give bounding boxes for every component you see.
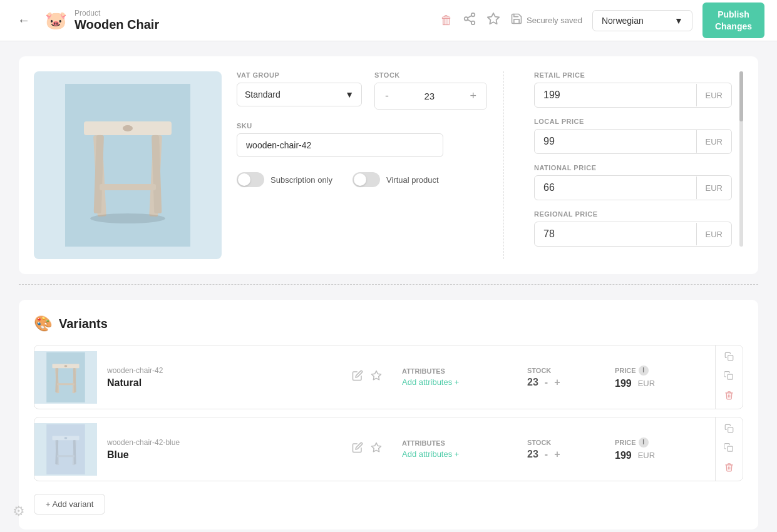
publish-button[interactable]: PublishChanges — [702, 3, 764, 38]
stock-field: STOCK - 23 + — [374, 71, 487, 110]
variant-2-info: wooden-chair-42-blue Blue — [97, 431, 344, 468]
duplicate-icon-2[interactable] — [723, 442, 735, 456]
regional-price-input[interactable]: 78 EUR — [534, 222, 732, 247]
national-price-input[interactable]: 66 EUR — [534, 175, 732, 200]
add-attributes-button-1[interactable]: Add attributes + — [402, 377, 502, 387]
virtual-toggle[interactable] — [352, 172, 380, 187]
local-price-input[interactable]: 99 EUR — [534, 129, 732, 154]
add-variant-button[interactable]: + Add variant — [34, 494, 105, 514]
vat-group-select[interactable]: Standard ▼ — [237, 83, 362, 106]
variant-1-side-actions — [715, 345, 743, 409]
sku-input[interactable] — [237, 133, 443, 157]
price-currency-1: EUR — [638, 379, 655, 388]
star-icon[interactable] — [486, 12, 500, 29]
variant-1-actions — [344, 370, 389, 384]
edit-icon-2[interactable] — [352, 442, 363, 456]
edit-icon[interactable] — [352, 370, 363, 384]
language-label: Norwegian — [602, 16, 644, 26]
main-content: VAT GROUP Standard ▼ STOCK - 23 + — [0, 41, 777, 532]
svg-marker-5 — [488, 13, 499, 24]
svg-rect-36 — [728, 446, 733, 451]
retail-price-label: RETAIL PRICE — [534, 71, 732, 79]
stock-controls-1: 23 - + — [527, 377, 590, 388]
product-info: 🐷 Product Wooden Chair — [45, 9, 430, 32]
variant-1-price: Price i 199 EUR — [602, 366, 715, 389]
copy-icon-2[interactable] — [723, 422, 735, 437]
header: ← 🐷 Product Wooden Chair 🗑 Securely save… — [0, 0, 777, 41]
scrollbar-thumb — [739, 71, 743, 121]
svg-marker-23 — [372, 371, 381, 380]
product-icon: 🐷 — [45, 10, 67, 31]
svg-rect-15 — [46, 352, 85, 402]
regional-price-value: 78 — [535, 222, 696, 246]
variant-2-sku: wooden-chair-42-blue — [107, 438, 334, 447]
chevron-down-icon: ▼ — [674, 16, 683, 26]
toggles-row: Subscription only Virtual product — [237, 172, 493, 187]
price-label-2: Price — [615, 439, 636, 446]
delete-icon[interactable]: 🗑 — [440, 13, 453, 28]
svg-point-17 — [64, 365, 68, 367]
copy-icon-1[interactable] — [723, 350, 735, 365]
price-currency-2: EUR — [638, 451, 655, 460]
variants-header: 🎨 Variants — [34, 315, 743, 332]
star-icon[interactable] — [371, 370, 382, 384]
variants-icon: 🎨 — [34, 315, 53, 332]
national-price-label: NATIONAL PRICE — [534, 164, 732, 171]
price-amount-2: 199 — [615, 450, 632, 461]
svg-rect-33 — [57, 455, 75, 457]
star-icon-2[interactable] — [371, 442, 382, 456]
attributes-label-1: Attributes — [402, 367, 502, 375]
stock-label-2: Stock — [527, 439, 590, 446]
variant-1-attributes: Attributes Add attributes + — [389, 367, 515, 387]
stock-decrease-button[interactable]: - — [375, 83, 399, 109]
add-attributes-button-2[interactable]: Add attributes + — [402, 449, 502, 459]
back-button[interactable]: ← — [13, 11, 35, 30]
dropdown-icon: ▼ — [345, 90, 354, 100]
section-divider — [19, 284, 758, 285]
stock-increase-button[interactable]: + — [460, 83, 486, 109]
price-amount-1: 199 — [615, 378, 632, 389]
variant-1-stock: Stock 23 - + — [515, 367, 602, 388]
svg-rect-35 — [728, 427, 733, 432]
bottom-left-icon: ⚙ — [13, 503, 25, 519]
product-category: Product — [75, 9, 159, 18]
stock-plus-1[interactable]: + — [554, 377, 560, 388]
language-selector[interactable]: Norwegian ▼ — [592, 10, 692, 31]
delete-icon-2[interactable] — [723, 461, 735, 476]
price-info-badge-1[interactable]: i — [639, 366, 649, 376]
variant-2-name: Blue — [107, 449, 334, 461]
national-price-field: NATIONAL PRICE 66 EUR — [534, 164, 732, 200]
variants-section: 🎨 Variants wooden-chair-42 Natural — [19, 300, 758, 529]
share-icon[interactable] — [463, 12, 476, 29]
regional-price-label: REGIONAL PRICE — [534, 210, 732, 218]
svg-rect-22 — [57, 383, 75, 385]
delete-icon-1[interactable] — [723, 389, 735, 404]
variant-2-actions — [344, 442, 389, 456]
duplicate-icon-1[interactable] — [723, 370, 735, 384]
attributes-label-2: Attributes — [402, 439, 502, 447]
local-price-field: LOCAL PRICE 99 EUR — [534, 118, 732, 154]
regional-price-field: REGIONAL PRICE 78 EUR — [534, 210, 732, 247]
vat-stock-row: VAT GROUP Standard ▼ STOCK - 23 + — [237, 71, 493, 110]
stock-controls-2: 23 - + — [527, 449, 590, 460]
retail-price-field: RETAIL PRICE 199 EUR — [534, 71, 732, 108]
price-info-badge-2[interactable]: i — [639, 437, 649, 448]
saved-label: Securely saved — [527, 16, 582, 25]
subscription-toggle[interactable] — [237, 172, 264, 187]
stock-value-1: 23 — [527, 377, 538, 388]
scrollbar[interactable] — [739, 71, 743, 247]
vat-group-field: VAT GROUP Standard ▼ — [237, 71, 362, 110]
variant-1-sku: wooden-chair-42 — [107, 366, 334, 375]
svg-point-28 — [64, 437, 68, 439]
header-actions: 🗑 Securely saved — [440, 12, 582, 29]
vat-group-value: Standard — [245, 90, 280, 100]
stock-minus-1[interactable]: - — [545, 377, 548, 388]
price-fields: RETAIL PRICE 199 EUR LOCAL PRICE 99 EUR — [519, 71, 732, 247]
price-value-row-2: 199 EUR — [615, 450, 702, 461]
stock-minus-2[interactable]: - — [545, 449, 548, 460]
stock-plus-2[interactable]: + — [554, 449, 560, 460]
sku-label: SKU — [237, 122, 493, 130]
variant-1-image — [34, 351, 97, 404]
sku-field: SKU — [237, 122, 493, 157]
retail-price-input[interactable]: 199 EUR — [534, 83, 732, 108]
